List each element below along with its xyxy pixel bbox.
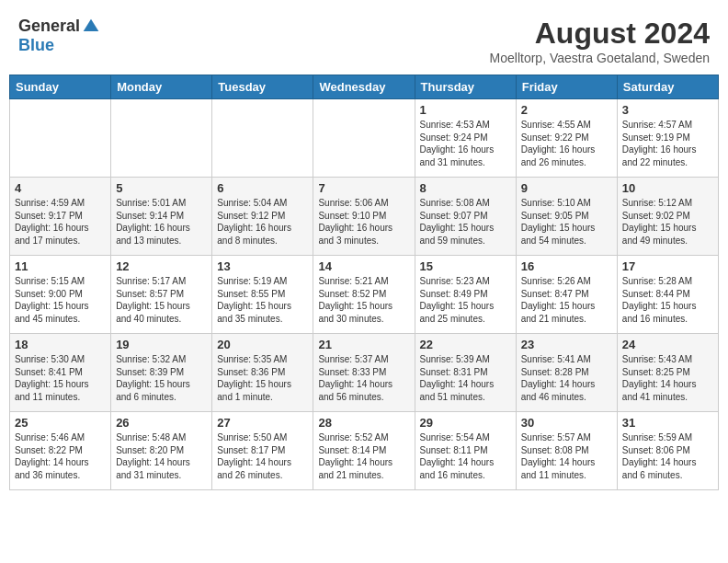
day-number: 15 [420, 259, 511, 273]
day-info: Sunrise: 5:15 AM Sunset: 9:00 PM Dayligh… [15, 275, 106, 325]
day-cell: 27Sunrise: 5:50 AM Sunset: 8:17 PM Dayli… [212, 412, 313, 490]
day-number: 24 [622, 338, 713, 351]
day-number: 10 [622, 181, 713, 195]
day-info: Sunrise: 4:53 AM Sunset: 9:24 PM Dayligh… [420, 119, 511, 168]
weekday-header-monday: Monday [111, 75, 212, 99]
day-info: Sunrise: 5:37 AM Sunset: 8:33 PM Dayligh… [318, 353, 409, 403]
day-info: Sunrise: 5:46 AM Sunset: 8:22 PM Dayligh… [15, 431, 106, 481]
day-cell: 21Sunrise: 5:37 AM Sunset: 8:33 PM Dayli… [313, 334, 415, 412]
day-info: Sunrise: 5:35 AM Sunset: 8:36 PM Dayligh… [217, 353, 308, 403]
day-info: Sunrise: 5:28 AM Sunset: 8:44 PM Dayligh… [622, 275, 713, 325]
day-number: 22 [420, 338, 511, 351]
weekday-header-row: SundayMondayTuesdayWednesdayThursdayFrid… [10, 75, 719, 99]
weekday-header-wednesday: Wednesday [313, 75, 415, 99]
day-cell: 16Sunrise: 5:26 AM Sunset: 8:47 PM Dayli… [516, 256, 617, 334]
day-number: 9 [521, 181, 612, 195]
day-info: Sunrise: 5:12 AM Sunset: 9:02 PM Dayligh… [622, 197, 713, 247]
day-cell: 22Sunrise: 5:39 AM Sunset: 8:31 PM Dayli… [415, 334, 516, 412]
logo: General Blue [18, 17, 100, 55]
day-cell: 7Sunrise: 5:06 AM Sunset: 9:10 PM Daylig… [313, 178, 415, 256]
day-number: 23 [521, 338, 612, 351]
day-number: 31 [622, 416, 713, 430]
day-cell: 14Sunrise: 5:21 AM Sunset: 8:52 PM Dayli… [313, 256, 415, 334]
day-info: Sunrise: 5:59 AM Sunset: 8:06 PM Dayligh… [622, 431, 713, 481]
day-number: 21 [318, 338, 409, 351]
day-number: 14 [318, 259, 409, 273]
day-cell: 6Sunrise: 5:04 AM Sunset: 9:12 PM Daylig… [212, 178, 313, 256]
day-info: Sunrise: 5:21 AM Sunset: 8:52 PM Dayligh… [318, 275, 409, 325]
day-number: 28 [318, 416, 409, 430]
day-number: 12 [116, 259, 207, 273]
weekday-header-sunday: Sunday [10, 75, 111, 99]
day-info: Sunrise: 5:54 AM Sunset: 8:11 PM Dayligh… [420, 431, 511, 481]
day-number: 8 [420, 181, 511, 195]
day-cell: 20Sunrise: 5:35 AM Sunset: 8:36 PM Dayli… [212, 334, 313, 412]
day-info: Sunrise: 5:39 AM Sunset: 8:31 PM Dayligh… [420, 353, 511, 403]
day-info: Sunrise: 4:57 AM Sunset: 9:19 PM Dayligh… [622, 119, 713, 168]
week-row-2: 4Sunrise: 4:59 AM Sunset: 9:17 PM Daylig… [10, 178, 719, 256]
logo-icon [82, 17, 100, 36]
day-cell: 13Sunrise: 5:19 AM Sunset: 8:55 PM Dayli… [212, 256, 313, 334]
day-info: Sunrise: 4:59 AM Sunset: 9:17 PM Dayligh… [15, 197, 106, 247]
day-number: 11 [15, 259, 106, 273]
day-info: Sunrise: 4:55 AM Sunset: 9:22 PM Dayligh… [521, 119, 612, 168]
day-number: 7 [318, 181, 409, 195]
day-cell: 2Sunrise: 4:55 AM Sunset: 9:22 PM Daylig… [516, 99, 617, 178]
logo-general-text: General [18, 17, 80, 36]
day-info: Sunrise: 5:26 AM Sunset: 8:47 PM Dayligh… [521, 275, 612, 325]
title-block: August 2024 Moelltorp, Vaestra Goetaland… [490, 17, 710, 65]
day-cell: 18Sunrise: 5:30 AM Sunset: 8:41 PM Dayli… [10, 334, 111, 412]
day-number: 27 [217, 416, 308, 430]
weekday-header-tuesday: Tuesday [212, 75, 313, 99]
day-info: Sunrise: 5:17 AM Sunset: 8:57 PM Dayligh… [116, 275, 207, 325]
logo-blue-text: Blue [18, 36, 54, 55]
day-number: 4 [15, 181, 106, 195]
day-cell [10, 99, 111, 178]
day-cell: 24Sunrise: 5:43 AM Sunset: 8:25 PM Dayli… [617, 334, 718, 412]
day-number: 26 [116, 416, 207, 430]
week-row-5: 25Sunrise: 5:46 AM Sunset: 8:22 PM Dayli… [10, 412, 719, 490]
day-cell: 23Sunrise: 5:41 AM Sunset: 8:28 PM Dayli… [516, 334, 617, 412]
day-info: Sunrise: 5:10 AM Sunset: 9:05 PM Dayligh… [521, 197, 612, 247]
day-cell: 8Sunrise: 5:08 AM Sunset: 9:07 PM Daylig… [415, 178, 516, 256]
day-info: Sunrise: 5:30 AM Sunset: 8:41 PM Dayligh… [15, 353, 106, 403]
day-cell [313, 99, 415, 178]
day-cell: 9Sunrise: 5:10 AM Sunset: 9:05 PM Daylig… [516, 178, 617, 256]
day-info: Sunrise: 5:43 AM Sunset: 8:25 PM Dayligh… [622, 353, 713, 403]
day-number: 2 [521, 103, 612, 117]
day-info: Sunrise: 5:08 AM Sunset: 9:07 PM Dayligh… [420, 197, 511, 247]
day-number: 30 [521, 416, 612, 430]
day-info: Sunrise: 5:52 AM Sunset: 8:14 PM Dayligh… [318, 431, 409, 481]
day-cell: 29Sunrise: 5:54 AM Sunset: 8:11 PM Dayli… [415, 412, 516, 490]
day-cell: 19Sunrise: 5:32 AM Sunset: 8:39 PM Dayli… [111, 334, 212, 412]
day-info: Sunrise: 5:01 AM Sunset: 9:14 PM Dayligh… [116, 197, 207, 247]
day-number: 6 [217, 181, 308, 195]
day-info: Sunrise: 5:32 AM Sunset: 8:39 PM Dayligh… [116, 353, 207, 403]
svg-marker-0 [84, 18, 99, 30]
day-cell: 3Sunrise: 4:57 AM Sunset: 9:19 PM Daylig… [617, 99, 718, 178]
day-cell: 26Sunrise: 5:48 AM Sunset: 8:20 PM Dayli… [111, 412, 212, 490]
day-cell: 17Sunrise: 5:28 AM Sunset: 8:44 PM Dayli… [617, 256, 718, 334]
day-info: Sunrise: 5:50 AM Sunset: 8:17 PM Dayligh… [217, 431, 308, 481]
day-number: 1 [420, 103, 511, 117]
day-cell: 1Sunrise: 4:53 AM Sunset: 9:24 PM Daylig… [415, 99, 516, 178]
day-info: Sunrise: 5:23 AM Sunset: 8:49 PM Dayligh… [420, 275, 511, 325]
day-number: 19 [116, 338, 207, 351]
calendar-table: SundayMondayTuesdayWednesdayThursdayFrid… [9, 75, 719, 490]
day-number: 18 [15, 338, 106, 351]
day-info: Sunrise: 5:19 AM Sunset: 8:55 PM Dayligh… [217, 275, 308, 325]
day-info: Sunrise: 5:06 AM Sunset: 9:10 PM Dayligh… [318, 197, 409, 247]
month-title: August 2024 [490, 17, 710, 51]
day-cell: 31Sunrise: 5:59 AM Sunset: 8:06 PM Dayli… [617, 412, 718, 490]
day-info: Sunrise: 5:41 AM Sunset: 8:28 PM Dayligh… [521, 353, 612, 403]
day-cell [111, 99, 212, 178]
day-number: 13 [217, 259, 308, 273]
weekday-header-thursday: Thursday [415, 75, 516, 99]
day-number: 20 [217, 338, 308, 351]
day-cell [212, 99, 313, 178]
page-header: General Blue August 2024 Moelltorp, Vaes… [9, 9, 719, 69]
day-number: 3 [622, 103, 713, 117]
day-info: Sunrise: 5:48 AM Sunset: 8:20 PM Dayligh… [116, 431, 207, 481]
day-cell: 30Sunrise: 5:57 AM Sunset: 8:08 PM Dayli… [516, 412, 617, 490]
day-number: 25 [15, 416, 106, 430]
